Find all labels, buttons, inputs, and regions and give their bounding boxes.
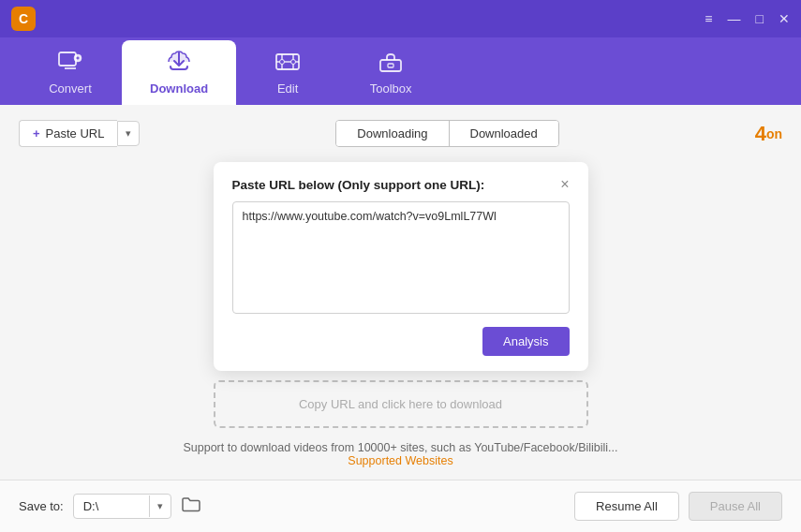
- modal-header: Paste URL below (Only support one URL): …: [232, 177, 570, 192]
- folder-browse-icon[interactable]: [181, 495, 201, 517]
- bottom-buttons: Resume All Pause All: [574, 492, 782, 521]
- svg-point-7: [291, 60, 296, 65]
- tab-convert[interactable]: Convert: [19, 42, 122, 105]
- modal-footer: Analysis: [232, 327, 570, 356]
- tab-edit[interactable]: Edit: [236, 42, 339, 105]
- pause-all-button: Pause All: [689, 492, 782, 521]
- paste-url-dropdown[interactable]: ▾: [117, 121, 140, 146]
- tab-downloaded[interactable]: Downloaded: [450, 121, 558, 146]
- svg-rect-9: [388, 64, 393, 67]
- tab-convert-label: Convert: [49, 81, 92, 96]
- paste-url-label: Paste URL: [46, 126, 105, 140]
- tab-toolbox[interactable]: Toolbox: [339, 42, 442, 105]
- tab-download-label: Download: [150, 81, 208, 96]
- svg-rect-8: [380, 60, 401, 71]
- tab-edit-label: Edit: [277, 81, 298, 96]
- main-content: + Paste URL ▾ Downloading Downloaded 4on…: [0, 105, 801, 480]
- paste-url-group: + Paste URL ▾: [19, 120, 140, 147]
- url-modal: Paste URL below (Only support one URL): …: [214, 162, 588, 371]
- paste-url-button[interactable]: + Paste URL: [19, 120, 117, 147]
- minimize-icon[interactable]: —: [728, 11, 741, 26]
- bottom-bar: Save to: D:\ ▾ Resume All Pause All: [0, 480, 801, 532]
- support-text: Support to download videos from 10000+ s…: [19, 441, 782, 454]
- drop-zone[interactable]: Copy URL and click here to download: [214, 380, 588, 428]
- resume-all-button[interactable]: Resume All: [574, 492, 679, 521]
- menu-icon[interactable]: ≡: [705, 11, 712, 26]
- save-to-group: Save to: D:\ ▾: [19, 494, 201, 519]
- maximize-icon[interactable]: □: [756, 11, 764, 26]
- save-to-dropdown-arrow[interactable]: ▾: [149, 495, 171, 517]
- toolbox-icon: [378, 52, 403, 78]
- download-tabs: Downloading Downloaded: [335, 120, 558, 147]
- save-to-label: Save to:: [19, 499, 64, 513]
- modal-title: Paste URL below (Only support one URL):: [232, 178, 485, 192]
- modal-close-button[interactable]: ×: [560, 177, 569, 192]
- titlebar: C ≡ — □ ✕: [0, 0, 801, 37]
- toolbar: + Paste URL ▾ Downloading Downloaded 4on: [19, 120, 782, 147]
- edit-icon: [275, 52, 300, 78]
- close-icon[interactable]: ✕: [779, 11, 790, 26]
- svg-point-6: [280, 60, 285, 65]
- download-icon: [166, 50, 192, 78]
- supported-websites-link[interactable]: Supported Websites: [348, 454, 452, 467]
- save-to-select[interactable]: D:\ ▾: [73, 494, 171, 519]
- tab-download[interactable]: Download: [122, 40, 236, 105]
- tab-toolbox-label: Toolbox: [370, 81, 412, 96]
- drop-zone-text: Copy URL and click here to download: [299, 397, 502, 411]
- 4on-logo: 4on: [755, 122, 782, 146]
- window-controls: ≡ — □ ✕: [705, 11, 790, 26]
- convert-icon: [58, 52, 82, 78]
- modal-area: Paste URL below (Only support one URL): …: [19, 162, 782, 428]
- url-textarea[interactable]: https://www.youtube.com/watch?v=vo9LmlL7…: [232, 201, 570, 314]
- save-to-value: D:\: [74, 495, 149, 518]
- svg-rect-0: [59, 52, 76, 66]
- footer-text-area: Support to download videos from 10000+ s…: [19, 441, 782, 467]
- nav-tabs: Convert Download Edit: [0, 37, 801, 105]
- analysis-button[interactable]: Analysis: [482, 327, 569, 356]
- app-logo: C: [11, 7, 36, 31]
- tab-downloading[interactable]: Downloading: [336, 121, 449, 146]
